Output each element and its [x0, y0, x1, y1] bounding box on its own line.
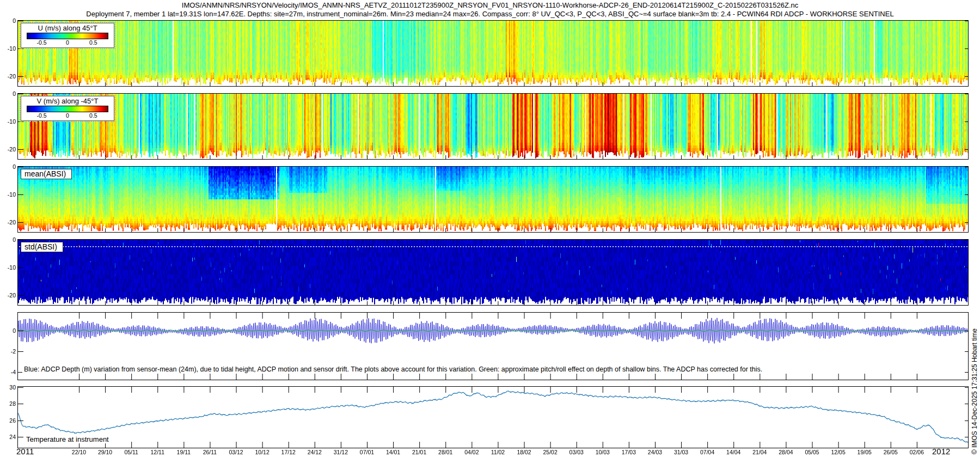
date-tick-label: 21/01 — [412, 449, 426, 455]
date-tick-label: 10/12 — [255, 449, 269, 455]
panel-v-velocity-heatmap: V (m/s) along -45°T -0.5 0 0.5 0-10-20 — [17, 93, 969, 160]
u-colorbar-gradient — [27, 33, 108, 39]
y-tick-label: 0 — [1, 90, 16, 97]
date-tick-label: 02/06 — [910, 449, 924, 455]
date-tick-label: 11/02 — [491, 449, 505, 455]
std-absi-label: std(ABSI) — [21, 242, 63, 252]
panel-std-absi-heatmap: std(ABSI) 0-10-20 — [17, 239, 969, 306]
panel-temperature: Temperature at instrument 30282624 — [17, 386, 969, 448]
u-velocity-canvas — [18, 21, 968, 86]
u-colorbar-tick-zero: 0 — [66, 39, 69, 46]
v-colorbar-tick-zero: 0 — [66, 112, 69, 119]
u-colorbar-legend: U (m/s) along 45°T -0.5 0 0.5 — [21, 23, 114, 48]
year-start-label: 2011 — [16, 447, 34, 456]
u-colorbar-ticks: -0.5 0 0.5 — [24, 39, 111, 46]
y-tick-label: -2 — [1, 348, 16, 355]
y-tick-label: -20 — [1, 219, 16, 226]
date-tick-label: 28/01 — [438, 449, 452, 455]
date-tick-label: 25/02 — [543, 449, 557, 455]
date-tick-label: 21/04 — [752, 449, 767, 455]
y-tick-label: 0 — [1, 163, 16, 170]
date-tick-label: 31/03 — [674, 449, 688, 455]
panel-depth-variation: Blue: ADCP Depth (m) variation from sens… — [17, 312, 969, 380]
date-tick-label: 29/10 — [98, 449, 112, 455]
u-colorbar-tick-pos: 0.5 — [89, 39, 97, 46]
date-tick-label: 03/03 — [569, 449, 584, 455]
y-tick-label: 24 — [1, 434, 16, 440]
y-tick-label: 0 — [1, 236, 16, 243]
mean-absi-canvas — [18, 167, 968, 232]
v-colorbar-tick-pos: 0.5 — [89, 112, 97, 119]
date-tick-label: 07/01 — [360, 449, 374, 455]
v-colorbar-title: V (m/s) along -45°T — [24, 97, 111, 105]
y-tick-label: 0 — [1, 17, 16, 24]
figure-title-filename: IMOS/ANMN/NRS/NRSYON/Velocity/IMOS_ANMN-… — [0, 1, 980, 9]
panel-u-velocity-heatmap: U (m/s) along 45°T -0.5 0 0.5 0-10-20 — [17, 20, 969, 87]
y-tick-label: -10 — [1, 191, 16, 198]
date-tick-label: 12/05 — [831, 449, 845, 455]
u-colorbar-tick-neg: -0.5 — [37, 39, 47, 46]
date-tick-label: 24/12 — [308, 449, 322, 455]
depth-variation-caption: Blue: ADCP Depth (m) variation from sens… — [22, 365, 764, 373]
y-tick-label: -10 — [1, 45, 16, 52]
y-tick-label: -20 — [1, 146, 16, 153]
v-colorbar-tick-neg: -0.5 — [37, 112, 47, 119]
date-tick-label: 14/01 — [386, 449, 400, 455]
y-tick-label: 0 — [1, 327, 16, 334]
date-tick-label: 26/11 — [203, 449, 217, 455]
figure-title-deployment-info: Deployment 7, member 1 lat=19.31S lon=14… — [0, 10, 980, 18]
date-tick-label: 07/04 — [700, 449, 714, 455]
date-tick-label: 18/02 — [517, 449, 531, 455]
v-colorbar-legend: V (m/s) along -45°T -0.5 0 0.5 — [21, 96, 114, 121]
y-tick-label: -10 — [1, 264, 16, 271]
temperature-canvas — [18, 387, 968, 448]
date-tick-label: 17/03 — [622, 449, 636, 455]
figure-root: { "header": { "line1": "IMOS/ANMN/NRS/NR… — [0, 0, 980, 463]
copyright-vertical-text: © IMOS 14-Dec-2025 17:31:25 Hobart time — [971, 328, 978, 454]
date-tick-label: 24/03 — [648, 449, 662, 455]
date-tick-label: 17/12 — [281, 449, 296, 455]
v-colorbar-ticks: -0.5 0 0.5 — [24, 112, 111, 119]
y-tick-label: -20 — [1, 292, 16, 298]
date-tick-label: 10/03 — [596, 449, 610, 455]
panel-mean-absi-heatmap: mean(ABSI) 0-10-20 — [17, 166, 969, 233]
y-tick-label: 26 — [1, 417, 16, 424]
date-tick-label: 19/05 — [857, 449, 872, 455]
temperature-label: Temperature at instrument — [24, 435, 111, 443]
y-tick-label: 28 — [1, 400, 16, 407]
date-tick-label: 12/11 — [151, 449, 165, 455]
mean-absi-label: mean(ABSI) — [21, 169, 72, 179]
v-velocity-canvas — [18, 94, 968, 159]
y-tick-label: -10 — [1, 118, 16, 125]
date-tick-label: 31/12 — [334, 449, 348, 455]
year-end-label: 2012 — [932, 447, 950, 456]
date-tick-label: 03/12 — [229, 449, 243, 455]
date-tick-label: 05/11 — [124, 449, 138, 455]
u-colorbar-title: U (m/s) along 45°T — [24, 24, 111, 32]
y-tick-label: -20 — [1, 73, 16, 80]
v-colorbar-gradient — [27, 106, 108, 112]
y-tick-label: -4 — [1, 369, 16, 375]
date-tick-label: 05/05 — [805, 449, 819, 455]
date-tick-label: 28/04 — [779, 449, 793, 455]
date-tick-label: 26/05 — [884, 449, 898, 455]
y-tick-label: 30 — [1, 384, 16, 391]
date-tick-label: 22/10 — [72, 449, 86, 455]
date-tick-label: 14/04 — [726, 449, 740, 455]
date-tick-label: 19/11 — [177, 449, 191, 455]
std-absi-canvas — [18, 240, 968, 305]
date-tick-label: 04/02 — [464, 449, 479, 455]
